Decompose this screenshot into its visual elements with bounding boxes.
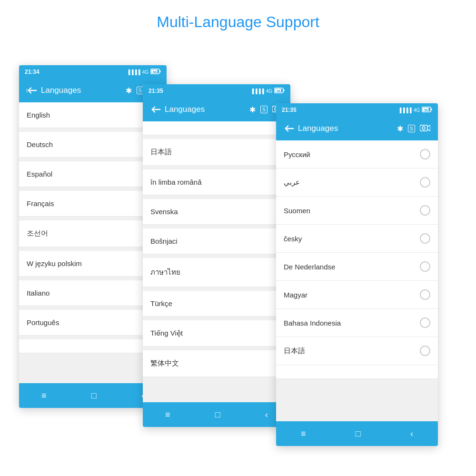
svg-text:56: 56	[153, 70, 157, 74]
camera-icon-3	[420, 124, 430, 134]
list-item[interactable]: De Nederlandse	[276, 253, 438, 281]
radio-button[interactable]	[420, 317, 430, 328]
signal-icon-3: ▐▐▐▐	[398, 108, 411, 113]
list-item[interactable]: Türkçe	[143, 291, 290, 317]
svg-text:56: 56	[277, 89, 280, 93]
lang-list-3: Русский عربي Suomen česky De Nederlandse…	[276, 140, 438, 421]
network-icon-1: 4G	[142, 69, 149, 75]
list-item[interactable]: Bošnjaci	[143, 228, 290, 254]
radio-button[interactable]	[420, 205, 430, 216]
list-item[interactable]: 日本語	[143, 139, 290, 166]
bottom-nav-2: ≡ □ ‹	[143, 402, 290, 427]
lang-list-2: 日本語 în limba română Svenska Bošnjaci ภาษ…	[143, 139, 290, 402]
battery-icon-2: 56	[274, 88, 285, 94]
menu-icon-3[interactable]: ≡	[301, 429, 306, 439]
svg-rect-13	[431, 109, 432, 110]
svg-rect-1	[159, 70, 161, 72]
radio-button[interactable]	[420, 233, 430, 244]
phone-screen-3: 21:35 ▐▐▐▐ 4G 56	[276, 103, 438, 446]
list-item[interactable]: 日本語	[276, 337, 438, 365]
nav-bar-3: Languages ✱ S	[276, 117, 438, 140]
list-item[interactable]: Русский	[276, 140, 438, 169]
list-item[interactable]: Suomen	[276, 197, 438, 225]
bluetooth-icon-2: ✱	[249, 105, 256, 114]
nav-left-3: Languages	[284, 124, 338, 133]
svg-point-17	[422, 127, 425, 129]
home-icon-1[interactable]: □	[91, 391, 97, 401]
signal-icon-1: ▐▐▐▐	[127, 69, 140, 75]
sim-icon-2: S	[260, 106, 268, 113]
status-icons-2: ▐▐▐▐ 4G 56	[250, 88, 285, 94]
list-item[interactable]: Magyar	[276, 281, 438, 309]
phones-container: 21:34 ▐▐▐▐ 4G 56	[10, 46, 466, 436]
menu-icon-2[interactable]: ≡	[165, 410, 170, 420]
status-time-2: 21:35	[149, 88, 163, 94]
list-item[interactable]: 繁体中文	[143, 350, 290, 377]
phone-screen-2: 21:35 ▐▐▐▐ 4G 56	[143, 84, 290, 427]
home-icon-2[interactable]: □	[215, 410, 220, 420]
signal-icon-2: ▐▐▐▐	[250, 89, 264, 94]
svg-rect-16	[420, 125, 427, 131]
menu-icon-1[interactable]: ≡	[41, 391, 47, 401]
back-arrow-icon-3[interactable]	[284, 124, 294, 133]
home-icon-3[interactable]: □	[356, 429, 361, 439]
bluetooth-icon-1: ✱	[126, 86, 132, 95]
sim-icon-3: S	[408, 125, 415, 132]
battery-icon-1: 56	[150, 69, 161, 75]
radio-button[interactable]	[420, 346, 430, 356]
bottom-nav-3: ≡ □ ‹	[276, 421, 438, 446]
status-icons-3: ▐▐▐▐ 4G 56	[398, 107, 432, 113]
list-item[interactable]: ภาษาไทย	[143, 258, 290, 287]
status-bar-1: 21:34 ▐▐▐▐ 4G 56	[19, 65, 167, 79]
list-item-partial	[276, 365, 438, 379]
list-item[interactable]: în limba română	[143, 169, 290, 195]
status-time-1: 21:34	[25, 69, 40, 75]
list-item[interactable]: Bahasa Indonesia	[276, 309, 438, 337]
status-bar-2: 21:35 ▐▐▐▐ 4G 56	[143, 84, 290, 98]
list-item-top-partial	[143, 121, 290, 135]
nav-left-2: Languages	[150, 105, 205, 114]
radio-button[interactable]	[420, 177, 430, 188]
status-bar-3: 21:35 ▐▐▐▐ 4G 56	[276, 103, 438, 117]
nav-title-1: Languages	[41, 86, 81, 95]
nav-bar-2: Languages ✱ S	[143, 98, 290, 121]
nav-right-3: ✱ S	[397, 124, 430, 134]
nav-left-1: Languages	[27, 86, 81, 95]
back-icon-2[interactable]: ‹	[265, 410, 268, 420]
back-icon-3[interactable]: ‹	[410, 429, 413, 439]
svg-rect-7	[283, 89, 285, 91]
nav-title-3: Languages	[298, 124, 338, 133]
status-time-3: 21:35	[282, 107, 297, 113]
bluetooth-icon-3: ✱	[397, 124, 403, 133]
list-item[interactable]: Svenska	[143, 199, 290, 225]
battery-icon-3: 56	[422, 107, 432, 113]
status-icons-1: ▐▐▐▐ 4G 56	[127, 69, 161, 75]
radio-button[interactable]	[420, 149, 430, 159]
page-title: Multi-Language Support	[157, 13, 319, 31]
network-icon-3: 4G	[414, 108, 420, 113]
network-icon-2: 4G	[266, 89, 272, 94]
list-item[interactable]: česky	[276, 225, 438, 253]
svg-text:56: 56	[424, 109, 428, 112]
list-item[interactable]: عربي	[276, 169, 438, 197]
list-item[interactable]: Tiếng Việt	[143, 320, 290, 347]
radio-button[interactable]	[420, 289, 430, 300]
radio-button[interactable]	[420, 261, 430, 272]
nav-title-2: Languages	[165, 105, 205, 114]
back-arrow-icon-2[interactable]	[150, 105, 161, 114]
back-arrow-icon-1[interactable]	[27, 86, 37, 95]
